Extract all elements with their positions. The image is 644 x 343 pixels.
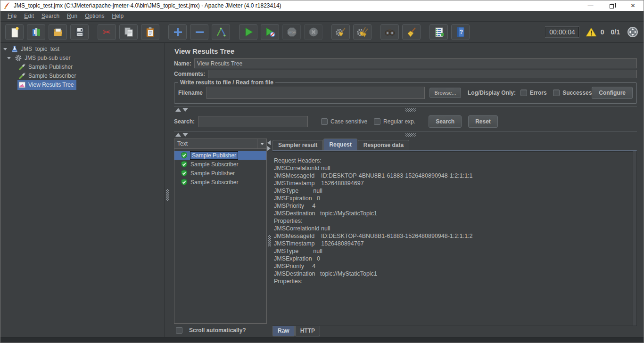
shutdown-button[interactable] — [304, 24, 322, 40]
name-label: Name: — [174, 60, 191, 67]
result-item[interactable]: Sample Publisher — [174, 169, 266, 178]
tab-sampler-result[interactable]: Sampler result — [272, 140, 323, 150]
help-button[interactable]: ? — [451, 24, 470, 40]
log-display-label: Log/Display Only: — [468, 90, 516, 96]
menu-options[interactable]: Options — [82, 11, 107, 21]
clear-all-button[interactable] — [353, 24, 372, 40]
configure-button[interactable]: Configure — [592, 87, 633, 99]
start-no-pauses-button[interactable] — [261, 24, 279, 40]
splitter-collapse-down-icon[interactable] — [182, 133, 188, 137]
results-splitter-bottom[interactable] — [174, 131, 637, 138]
collapse-minus-icon — [194, 26, 205, 38]
copy-button[interactable] — [119, 24, 138, 40]
splitter-drag-handle[interactable] — [166, 189, 169, 201]
splitter-collapse-left-icon[interactable] — [267, 140, 271, 145]
close-button[interactable]: ✕ — [622, 0, 644, 11]
result-item-label: Sample Publisher — [190, 170, 235, 177]
results-detail-splitter[interactable] — [267, 139, 272, 337]
toggle-arrows-icon — [215, 26, 227, 38]
successes-label: Successes — [562, 90, 592, 96]
request-headers-text: Request Headers: JMSCorrelationId null J… — [272, 151, 636, 285]
start-button[interactable] — [239, 24, 257, 40]
successes-checkbox[interactable] — [553, 90, 560, 96]
tree-item-view-results-tree[interactable]: View Results Tree — [0, 81, 164, 90]
main-vertical-splitter[interactable] — [164, 43, 170, 337]
templates-button[interactable] — [27, 24, 45, 40]
errors-checkbox[interactable] — [520, 90, 527, 96]
tab-response-data[interactable]: Response data — [358, 140, 409, 150]
tree-item-thread-group[interactable]: JMS pub-sub user — [0, 54, 164, 63]
case-sensitive-checkbox[interactable] — [321, 118, 328, 125]
clear-button[interactable] — [331, 24, 350, 40]
tree-item-label: Sample Subscriber — [28, 73, 76, 79]
result-item[interactable]: Sample Publisher — [174, 151, 266, 160]
tree-item-label: JMS pub-sub user — [25, 55, 70, 61]
splitter-collapse-down-icon[interactable] — [182, 108, 188, 112]
save-button[interactable] — [70, 24, 89, 40]
search-input[interactable] — [198, 116, 308, 127]
case-sensitive-label: Case sensitive — [330, 118, 367, 125]
tree-item-sample-publisher[interactable]: Sample Publisher — [0, 63, 164, 72]
paste-icon — [145, 26, 156, 38]
expand-plus-icon — [172, 26, 183, 38]
search-toolbar-button[interactable] — [380, 24, 399, 40]
splitter-collapse-up-icon[interactable] — [175, 108, 181, 112]
clear-all-gear-brooms-icon — [357, 26, 368, 38]
tab-raw[interactable]: Raw — [272, 326, 295, 336]
tree-item-test-plan[interactable]: JMS_topic_test — [0, 45, 164, 54]
open-folder-icon — [52, 26, 64, 38]
menu-help[interactable]: Help — [109, 11, 127, 21]
restore-button[interactable] — [601, 0, 622, 11]
menu-run[interactable]: Run — [64, 11, 81, 21]
tab-request[interactable]: Request — [323, 139, 357, 150]
test-plan-icon — [11, 45, 18, 53]
remote-threads-icon[interactable] — [627, 26, 639, 38]
chevron-down-icon — [260, 143, 264, 145]
write-results-group: Write results to file / Read from file F… — [174, 82, 637, 104]
toggle-button[interactable] — [212, 24, 230, 40]
open-file-button[interactable] — [49, 24, 67, 40]
splitter-collapse-up-icon[interactable] — [175, 133, 181, 137]
minimize-button[interactable]: — — [580, 0, 601, 11]
jmeter-feather-icon — [3, 2, 11, 9]
vertical-scrollbar[interactable] — [633, 151, 636, 326]
result-item-label: Sample Subscriber — [190, 179, 238, 186]
new-file-button[interactable] — [5, 24, 24, 40]
results-column: Text Sample Publisher — [174, 139, 267, 337]
splitter-drag-handle[interactable] — [268, 235, 271, 246]
reset-button[interactable]: Reset — [468, 115, 498, 128]
menu-edit[interactable]: Edit — [21, 11, 37, 21]
result-item[interactable]: Sample Subscriber — [174, 178, 266, 187]
dropdown-arrow-button[interactable] — [257, 139, 266, 148]
search-button[interactable]: Search — [429, 115, 462, 128]
name-input[interactable] — [194, 58, 637, 68]
menu-search[interactable]: Search — [38, 11, 63, 21]
result-item[interactable]: Sample Subscriber — [174, 160, 266, 169]
results-splitter-top[interactable] — [174, 106, 637, 113]
binoculars-icon — [384, 26, 396, 38]
stop-button[interactable]: STOP — [282, 24, 301, 40]
splitter-drag-handle[interactable] — [405, 108, 416, 112]
browse-button[interactable]: Browse... — [429, 88, 462, 98]
splitter-collapse-right-icon[interactable] — [267, 146, 271, 151]
tree-item-sample-subscriber[interactable]: Sample Subscriber — [0, 72, 164, 81]
splitter-drag-handle[interactable] — [405, 133, 416, 137]
view-results-tree-panel: View Results Tree Name: Comments: Write … — [170, 43, 644, 337]
comments-input[interactable] — [208, 70, 637, 78]
test-plan-tree: JMS_topic_test JMS pub-sub user — [0, 43, 164, 337]
function-helper-button[interactable] — [429, 24, 448, 40]
filename-input[interactable] — [206, 87, 425, 99]
cut-button[interactable]: ✂ — [98, 24, 116, 40]
tab-http[interactable]: HTTP — [295, 326, 320, 336]
warning-icon[interactable] — [586, 27, 597, 37]
expander-icon[interactable] — [7, 57, 11, 59]
menu-file[interactable]: File — [4, 11, 20, 21]
view-mode-dropdown[interactable]: Text — [174, 139, 267, 149]
collapse-all-button[interactable] — [190, 24, 208, 40]
scroll-automatically-checkbox[interactable] — [176, 327, 182, 334]
regular-exp-checkbox[interactable] — [374, 118, 380, 125]
expander-icon[interactable] — [3, 48, 7, 50]
clear-search-button[interactable] — [402, 24, 421, 40]
expand-all-button[interactable] — [168, 24, 187, 40]
paste-button[interactable] — [141, 24, 159, 40]
